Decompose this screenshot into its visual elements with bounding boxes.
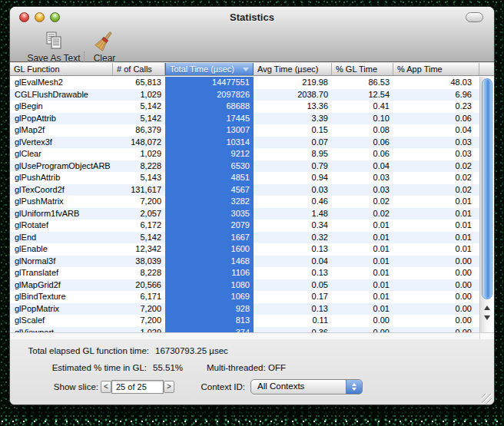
cell-pct-app-time: 0.03	[393, 148, 479, 160]
titlebar[interactable]: Statistics	[10, 7, 494, 27]
column-header-pct-gl-time[interactable]: % GL Time	[332, 63, 393, 75]
scroll-up-button[interactable]	[480, 302, 494, 312]
cell-avg-time: 0.32	[254, 232, 332, 244]
table-row[interactable]: glEnable 12,342 1600 0.13 0.01 0.01	[10, 243, 479, 256]
footer-panel: Total elapsed GL function time: 16730793…	[10, 339, 494, 405]
vertical-scrollbar[interactable]	[479, 77, 494, 332]
table-row[interactable]: glEvalMesh2 65,813 14477551 219.98 86.53…	[10, 77, 479, 89]
toolbar: Save As Text Clear	[10, 27, 494, 62]
save-as-text-button[interactable]: Save As Text	[21, 30, 87, 64]
cell-gl-function: glClear	[10, 148, 113, 160]
table-row[interactable]: glClear 1,029 9212 8.95 0.06 0.03	[10, 148, 479, 160]
cell-avg-time: 219.98	[254, 77, 332, 89]
cell-gl-function: glBindTexture	[10, 291, 113, 303]
table-row[interactable]: glBegin 5,142 68688 13.36 0.41 0.23	[10, 101, 479, 113]
cell-num-calls: 1,029	[113, 148, 165, 160]
desktop-pattern-band	[0, 417, 504, 426]
table-row[interactable]: glRotatef 6,172 2079 0.34 0.01 0.01	[10, 220, 479, 232]
table-row[interactable]: glViewport 1,029 374 0.36 0.00 0.00	[10, 327, 479, 333]
table-row[interactable]: glTexCoord2f 131,617 4567 0.03 0.03 0.02	[10, 184, 479, 196]
slice-prev-button[interactable]: <	[101, 381, 111, 393]
table-row[interactable]: glMapGrid2f 20,566 1080 0.05 0.01 0.00	[10, 279, 479, 292]
cell-num-calls: 7,200	[113, 315, 165, 327]
cell-pct-app-time: 0.02	[393, 172, 479, 184]
table-row[interactable]: glVertex3f 148,072 10314 0.07 0.06 0.03	[10, 137, 479, 149]
cell-gl-function: glScalef	[10, 315, 113, 327]
table-row[interactable]: glTranslatef 8,228 1106 0.13 0.01 0.00	[10, 267, 479, 279]
cell-gl-function: glTexCoord2f	[10, 184, 113, 196]
table-row[interactable]: glScalef 7,200 813 0.11 0.00 0.00	[10, 315, 479, 327]
cell-num-calls: 12,342	[113, 243, 165, 256]
cell-pct-gl-time: 0.01	[332, 267, 393, 279]
cell-gl-function: glEnable	[10, 243, 113, 256]
resize-grip-icon[interactable]	[482, 394, 492, 404]
cell-pct-app-time: 0.01	[393, 232, 479, 244]
cell-pct-app-time: 0.03	[393, 137, 479, 149]
cell-gl-function: glPopMatrix	[10, 303, 113, 315]
context-id-popup[interactable]: All Contexts	[250, 379, 363, 395]
table-row[interactable]: glBindTexture 6,171 1069 0.17 0.01 0.00	[10, 291, 479, 303]
table-row[interactable]: glPopAttrib 5,142 17445 3.39 0.10 0.06	[10, 113, 479, 125]
table-row[interactable]: glUseProgramObjectARB 8,228 6530 0.79 0.…	[10, 160, 479, 173]
scrollbar-thumb[interactable]	[482, 78, 492, 299]
cell-total-time: 14477551	[165, 77, 254, 89]
cell-pct-app-time: 0.06	[393, 113, 479, 125]
cell-total-time: 6530	[165, 160, 254, 173]
cell-pct-gl-time: 0.01	[332, 220, 393, 232]
cell-pct-app-time: 0.23	[393, 101, 479, 113]
column-header-pct-app-time[interactable]: % App Time	[393, 63, 479, 75]
cell-gl-function: glEnd	[10, 232, 113, 244]
window-title: Statistics	[10, 12, 494, 23]
column-header-avg-time[interactable]: Avg Time (µsec)	[254, 63, 332, 75]
cell-gl-function: glViewport	[10, 327, 113, 333]
clear-label: Clear	[85, 53, 124, 64]
table-row[interactable]: CGLFlushDrawable 1,029 2097826 2038.70 1…	[10, 89, 479, 101]
cell-num-calls: 148,072	[113, 137, 165, 149]
column-header-total-time[interactable]: Total Time (µsec)	[165, 63, 254, 75]
cell-pct-gl-time: 0.01	[332, 243, 393, 256]
table-row[interactable]: glPushAttrib 5,143 4851 0.94 0.03 0.02	[10, 172, 479, 184]
cell-pct-app-time: 0.00	[393, 267, 479, 279]
table-row[interactable]: glEnd 5,142 1667 0.32 0.01 0.01	[10, 232, 479, 244]
cell-pct-gl-time: 0.01	[332, 232, 393, 244]
slice-field[interactable]: 25 of 25	[111, 380, 164, 394]
cell-num-calls: 5,142	[113, 101, 165, 113]
cell-avg-time: 0.03	[254, 184, 332, 196]
popup-arrows-icon	[346, 380, 362, 394]
table-header-row: GL Function # of Calls Total Time (µsec)…	[10, 63, 494, 76]
cell-pct-app-time: 0.00	[393, 327, 479, 333]
cell-gl-function: glTranslatef	[10, 267, 113, 279]
cell-pct-gl-time: 0.10	[332, 113, 393, 125]
broom-icon	[85, 30, 124, 51]
toolbar-toggle-pill-button[interactable]	[466, 12, 483, 22]
table-row[interactable]: glPushMatrix 7,200 3282 0.46 0.02 0.01	[10, 196, 479, 208]
column-header-total-time-label: Total Time (µsec)	[170, 64, 234, 74]
column-header-num-calls[interactable]: # of Calls	[113, 63, 165, 75]
cell-total-time: 3035	[165, 208, 254, 220]
cell-gl-function: glNormal3f	[10, 256, 113, 268]
cell-gl-function: glVertex3f	[10, 137, 113, 149]
column-header-gl-function[interactable]: GL Function	[10, 63, 113, 75]
table-row[interactable]: glUniform1fvARB 2,057 3035 1.48 0.02 0.0…	[10, 208, 479, 220]
table-row[interactable]: glNormal3f 38,039 1468 0.04 0.01 0.00	[10, 256, 479, 268]
cell-total-time: 2097826	[165, 89, 254, 101]
scroll-down-button[interactable]	[480, 312, 494, 322]
documents-icon	[21, 30, 87, 51]
table-row[interactable]: glMap2f 86,379 13007 0.15 0.08 0.04	[10, 124, 479, 137]
column-header-filler	[479, 63, 494, 75]
cell-pct-app-time: 0.01	[393, 243, 479, 256]
cell-total-time: 13007	[165, 124, 254, 137]
cell-total-time: 1080	[165, 279, 254, 292]
cell-num-calls: 5,142	[113, 232, 165, 244]
table-row[interactable]: glPopMatrix 7,200 928 0.13 0.01 0.00	[10, 303, 479, 315]
cell-gl-function: glMapGrid2f	[10, 279, 113, 292]
statistics-window: Statistics Save As Text	[9, 6, 495, 405]
cell-pct-app-time: 0.00	[393, 256, 479, 268]
total-elapsed-label: Total elapsed GL function time:	[10, 346, 149, 355]
cell-total-time: 10314	[165, 137, 254, 149]
context-id-popup-value: All Contexts	[257, 381, 304, 391]
cell-pct-app-time: 6.96	[393, 89, 479, 101]
cell-num-calls: 6,171	[113, 291, 165, 303]
cell-num-calls: 20,566	[113, 279, 165, 292]
clear-button[interactable]: Clear	[85, 30, 124, 64]
